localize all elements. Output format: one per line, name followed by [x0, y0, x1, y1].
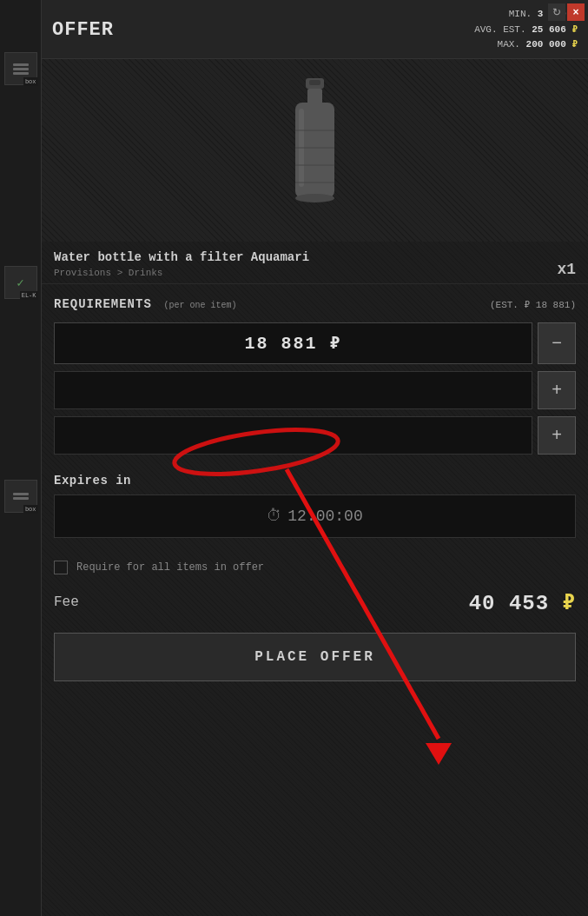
- sidebar-item-3[interactable]: box: [4, 480, 37, 513]
- expires-time: 12:00:00: [287, 508, 362, 525]
- require-checkbox[interactable]: [54, 561, 68, 574]
- avg-currency: ₽: [571, 24, 578, 35]
- fee-currency: ₽: [563, 592, 576, 615]
- check-icon: ✓: [17, 275, 23, 290]
- requirements-header: REQUIREMENTS (per one item) (EST. ₽ 18 8…: [54, 296, 576, 312]
- second-input[interactable]: [54, 371, 532, 409]
- price-input-row: −: [54, 322, 576, 364]
- expires-input[interactable]: ⏱ 12:00:00: [54, 495, 576, 538]
- sidebar: box ✓ EL-K box: [0, 0, 42, 916]
- max-value: 200 000: [526, 39, 566, 50]
- avg-price-row: AVG. EST. 25 606 ₽: [474, 23, 578, 38]
- item-info: Water bottle with a filter Aquamari Prov…: [42, 242, 588, 284]
- checkbox-row: Require for all items in offer: [42, 547, 588, 583]
- avg-label: AVG. EST.: [474, 24, 525, 35]
- requirements-est: (EST. ₽ 18 881): [490, 299, 576, 310]
- max-price-row: MAX. 200 000 ₽: [474, 37, 578, 53]
- offer-modal: Offer MIN. 3 489 ₽ AVG. EST. 25 606 ₽ MA…: [42, 0, 588, 916]
- item-image: [276, 76, 354, 224]
- max-currency: ₽: [571, 39, 578, 50]
- item-display: [42, 59, 588, 242]
- sidebar-label-2: EL-K: [20, 291, 38, 300]
- clock-icon: ⏱: [267, 507, 282, 525]
- price-input[interactable]: [54, 322, 532, 364]
- sidebar-label-1: box: [23, 77, 38, 86]
- modal-header: Offer MIN. 3 489 ₽ AVG. EST. 25 606 ₽ MA…: [42, 0, 588, 59]
- fee-label: Fee: [54, 594, 79, 610]
- item-category: Provisions > Drinks: [54, 268, 309, 278]
- requirements-title-group: REQUIREMENTS (per one item): [54, 296, 236, 312]
- place-offer-button[interactable]: PLACE OFFER: [54, 633, 576, 681]
- expires-section: Expires in ⏱ 12:00:00: [42, 470, 588, 547]
- sidebar-item-1[interactable]: box: [4, 52, 37, 85]
- svg-point-4: [295, 194, 334, 202]
- requirements-section: REQUIREMENTS (per one item) (EST. ₽ 18 8…: [42, 284, 588, 470]
- refresh-button[interactable]: ↻: [548, 3, 565, 21]
- third-input[interactable]: [54, 416, 532, 455]
- plus-button-1[interactable]: +: [538, 371, 576, 409]
- close-button[interactable]: ×: [567, 3, 585, 21]
- third-input-row: +: [54, 416, 576, 455]
- sidebar-item-2[interactable]: ✓ EL-K: [4, 266, 37, 299]
- requirements-subtitle: (per one item): [163, 301, 236, 310]
- svg-rect-1: [307, 89, 322, 104]
- checkbox-label: Require for all items in offer: [76, 561, 264, 574]
- requirements-title: REQUIREMENTS: [54, 297, 152, 311]
- fee-row: Fee 40 453 ₽: [42, 583, 588, 627]
- item-details: Water bottle with a filter Aquamari Prov…: [54, 250, 309, 278]
- sidebar-label-3: box: [23, 505, 38, 514]
- plus-button-2[interactable]: +: [538, 416, 576, 455]
- fee-value: 40 453 ₽: [469, 590, 576, 615]
- max-label: MAX.: [498, 39, 520, 50]
- bottle-svg: [287, 78, 343, 222]
- expires-label: Expires in: [54, 474, 576, 488]
- item-info-row: Water bottle with a filter Aquamari Prov…: [54, 250, 576, 278]
- second-input-row: +: [54, 371, 576, 409]
- minus-button[interactable]: −: [538, 322, 576, 364]
- svg-rect-9: [309, 80, 320, 85]
- avg-value: 25 606: [532, 24, 566, 35]
- item-quantity: x1: [557, 261, 576, 278]
- item-name: Water bottle with a filter Aquamari: [54, 250, 309, 264]
- min-label: MIN.: [509, 9, 532, 19]
- modal-title: Offer: [52, 19, 114, 41]
